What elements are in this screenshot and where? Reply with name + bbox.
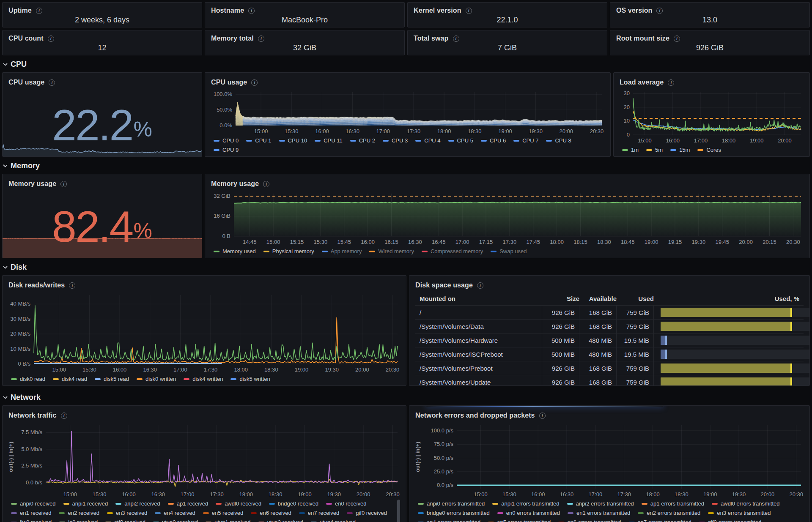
panel-title[interactable]: CPU usage: [8, 79, 44, 86]
table-row[interactable]: /System/Volumes/Update926 GiB168 GiB759 …: [415, 375, 804, 386]
table-row[interactable]: /926 GiB168 GiB759 GiB81.9%: [415, 305, 804, 319]
legend-item[interactable]: 1m: [622, 147, 639, 153]
legend-item[interactable]: ap1 received: [168, 500, 208, 507]
legend-item[interactable]: anpi1 errors transmitted: [492, 500, 559, 507]
info-icon[interactable]: i: [251, 79, 258, 86]
legend-item[interactable]: disk0 written: [137, 376, 176, 382]
panel-title[interactable]: Uptime: [8, 7, 32, 14]
legend-item[interactable]: bridge0 errors transmitted: [418, 510, 490, 516]
info-icon[interactable]: i: [248, 8, 255, 14]
legend-item[interactable]: anpi0 errors transmitted: [418, 500, 485, 507]
network-errors-plot[interactable]: 0.0 p/s25.0 p/s50.0 p/s75.0 p/s100.0 p/s…: [414, 422, 805, 499]
legend-item[interactable]: anpi2 errors transmitted: [567, 500, 634, 507]
panel-title[interactable]: Disk reads/writes: [8, 281, 65, 289]
panel-title[interactable]: Load average: [620, 79, 664, 86]
legend-item[interactable]: en1 received: [11, 510, 51, 516]
info-icon[interactable]: i: [258, 36, 264, 42]
legend-item[interactable]: disk0 read: [11, 376, 45, 382]
legend-item[interactable]: CPU 10: [279, 137, 307, 144]
legend-item[interactable]: CPU 6: [481, 137, 506, 144]
legend-item[interactable]: en0 received: [326, 500, 366, 507]
table-row[interactable]: /System/Volumes/iSCPreboot500 MiB480 MiB…: [415, 347, 804, 361]
panel-title[interactable]: Root mount size: [616, 35, 669, 42]
info-icon[interactable]: i: [36, 8, 42, 14]
info-icon[interactable]: i: [539, 413, 546, 419]
panel-title[interactable]: Network errors and dropped packets: [415, 412, 535, 419]
legend-item[interactable]: disk4 written: [184, 376, 223, 382]
legend-item[interactable]: CPU 4: [415, 137, 440, 144]
info-icon[interactable]: i: [60, 181, 67, 187]
legend-item[interactable]: CPU 5: [448, 137, 473, 144]
legend-item[interactable]: en3 errors transmitted: [708, 510, 771, 516]
legend-item[interactable]: utun4 received: [311, 519, 356, 522]
legend-item[interactable]: Physical memory: [263, 248, 314, 254]
info-icon[interactable]: i: [263, 181, 269, 187]
legend-item[interactable]: awdl0 received: [216, 500, 261, 507]
legend-item[interactable]: stf0 received: [105, 519, 145, 522]
legend-item[interactable]: en6 received: [251, 510, 291, 516]
memory-usage-chart-plot[interactable]: 0 B16 GiB32 GiB14:4515:0015:1515:3015:45…: [209, 190, 805, 246]
table-row[interactable]: /System/Volumes/Data926 GiB168 GiB759 Gi…: [415, 319, 804, 333]
legend-item[interactable]: awdl0 errors transmitted: [712, 500, 779, 507]
legend-item[interactable]: gif0 errors transmitted: [699, 519, 761, 522]
legend-item[interactable]: llw0 received: [11, 519, 52, 522]
legend-item[interactable]: en5 received: [203, 510, 243, 516]
legend-item[interactable]: CPU 3: [383, 137, 408, 144]
legend-item[interactable]: Wired memory: [369, 248, 414, 254]
panel-title[interactable]: Memory usage: [211, 180, 259, 188]
legend-item[interactable]: 5m: [646, 147, 663, 153]
legend-item[interactable]: en4 errors transmitted: [418, 519, 480, 522]
legend-item[interactable]: disk5 read: [95, 376, 129, 382]
legend-item[interactable]: en2 errors transmitted: [638, 510, 700, 516]
legend-item[interactable]: Compressed memory: [422, 248, 483, 254]
legend-item[interactable]: disk4 read: [53, 376, 87, 382]
legend-item[interactable]: anpi0 received: [11, 500, 56, 507]
legend-item[interactable]: en0 errors transmitted: [497, 510, 560, 516]
legend-item[interactable]: Swap used: [491, 248, 527, 254]
legend-item[interactable]: gif0 received: [347, 510, 387, 516]
info-icon[interactable]: i: [61, 413, 67, 419]
legend-item[interactable]: CPU 9: [214, 147, 239, 153]
info-icon[interactable]: i: [466, 8, 472, 14]
column-header-used-pct[interactable]: Used, %: [772, 295, 804, 302]
panel-title[interactable]: CPU count: [8, 35, 44, 42]
legend-item[interactable]: Cores: [697, 147, 721, 153]
legend-item[interactable]: Memory used: [214, 248, 256, 254]
info-icon[interactable]: i: [453, 36, 459, 42]
info-icon[interactable]: i: [49, 79, 55, 86]
info-icon[interactable]: i: [668, 79, 674, 86]
legend-item[interactable]: en2 received: [59, 510, 99, 516]
legend-item[interactable]: en7 errors transmitted: [629, 519, 691, 522]
disk-reads-writes-plot[interactable]: 0 B/s10 MB/s20 MB/s30 MB/s40 MB/s15:0015…: [7, 292, 402, 374]
legend-item[interactable]: utun1 received: [206, 519, 250, 522]
legend-item[interactable]: en1 errors transmitted: [568, 510, 630, 516]
column-header-mounted-on[interactable]: Mounted on: [415, 295, 542, 302]
legend-item[interactable]: ap1 errors transmitted: [642, 500, 704, 507]
legend-item[interactable]: en3 received: [107, 510, 147, 516]
legend-item[interactable]: bridge0 received: [269, 500, 318, 507]
info-icon[interactable]: i: [477, 282, 483, 289]
panel-title[interactable]: Disk space usage: [415, 281, 473, 289]
legend-scrollbar[interactable]: [397, 500, 400, 522]
section-header-memory[interactable]: Memory: [3, 160, 810, 171]
section-header-network[interactable]: Network: [3, 392, 810, 403]
legend-item[interactable]: 15m: [670, 147, 690, 153]
legend-item[interactable]: anpi2 received: [115, 500, 160, 507]
legend-item[interactable]: CPU 0: [214, 137, 239, 144]
legend-item[interactable]: CPU 1: [246, 137, 271, 144]
legend-item[interactable]: CPU 8: [546, 137, 571, 144]
panel-title[interactable]: Memory total: [211, 35, 254, 42]
network-traffic-plot[interactable]: 0.0 b/s2.5 Mb/s5.0 Mb/s7.5 Mb/s15:0015:3…: [7, 422, 402, 499]
panel-title[interactable]: Memory usage: [8, 180, 56, 188]
panel-title[interactable]: Hostname: [211, 7, 244, 14]
cpu-usage-chart-plot[interactable]: 0.0%50.0%100.0%15:0015:3016:0016:3017:00…: [209, 89, 606, 136]
info-icon[interactable]: i: [656, 8, 663, 14]
column-header-size[interactable]: Size: [542, 295, 579, 302]
info-icon[interactable]: i: [674, 36, 680, 42]
legend-item[interactable]: en6 errors transmitted: [558, 519, 621, 522]
section-header-disk[interactable]: Disk: [3, 262, 810, 273]
table-row[interactable]: /System/Volumes/Hardware500 MiB480 MiB19…: [415, 333, 804, 347]
legend-item[interactable]: utun2 received: [258, 519, 303, 522]
table-row[interactable]: /System/Volumes/Preboot926 GiB168 GiB759…: [415, 361, 804, 375]
panel-title[interactable]: CPU usage: [211, 79, 247, 86]
